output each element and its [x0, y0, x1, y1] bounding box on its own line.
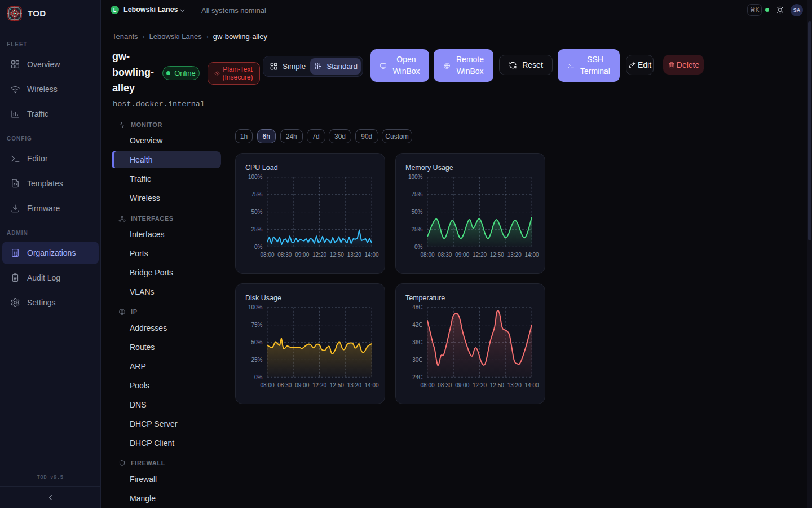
svg-text:08:00: 08:00 [260, 252, 274, 258]
svg-text:08:30: 08:30 [277, 252, 292, 258]
svg-text:50%: 50% [411, 209, 422, 215]
svg-text:12:50: 12:50 [490, 382, 504, 388]
svg-text:0%: 0% [414, 244, 423, 250]
svg-text:12:50: 12:50 [330, 382, 344, 388]
svg-text:13:20: 13:20 [347, 382, 361, 388]
svg-text:12:20: 12:20 [473, 252, 487, 258]
svg-text:08:30: 08:30 [438, 382, 452, 388]
svg-text:08:00: 08:00 [420, 382, 434, 388]
svg-text:0%: 0% [254, 374, 263, 380]
svg-text:12:50: 12:50 [330, 252, 344, 258]
svg-text:25%: 25% [251, 226, 262, 233]
svg-text:14:00: 14:00 [524, 382, 539, 388]
svg-text:25%: 25% [411, 226, 422, 233]
svg-text:75%: 75% [251, 191, 262, 198]
svg-text:0%: 0% [254, 244, 263, 250]
svg-text:CPU Load: CPU Load [245, 164, 278, 172]
svg-text:12:20: 12:20 [312, 382, 326, 388]
svg-text:13:20: 13:20 [347, 252, 361, 258]
svg-text:14:00: 14:00 [364, 252, 378, 258]
svg-text:12:20: 12:20 [312, 252, 326, 258]
svg-text:100%: 100% [408, 174, 423, 180]
svg-text:08:00: 08:00 [420, 252, 434, 258]
svg-text:09:00: 09:00 [295, 382, 309, 388]
svg-text:13:20: 13:20 [508, 252, 522, 258]
svg-text:50%: 50% [251, 339, 262, 345]
svg-text:08:00: 08:00 [260, 382, 274, 388]
svg-text:100%: 100% [248, 304, 263, 310]
svg-text:14:00: 14:00 [524, 252, 539, 258]
svg-text:Memory Usage: Memory Usage [405, 164, 453, 172]
svg-text:25%: 25% [251, 357, 262, 363]
svg-text:09:00: 09:00 [295, 252, 309, 258]
svg-text:75%: 75% [411, 191, 422, 198]
svg-text:12:50: 12:50 [490, 252, 504, 258]
svg-text:08:30: 08:30 [277, 382, 292, 388]
svg-text:12:20: 12:20 [473, 382, 487, 388]
svg-text:09:00: 09:00 [455, 382, 469, 388]
svg-text:30C: 30C [412, 357, 422, 363]
svg-text:13:20: 13:20 [508, 382, 522, 388]
svg-text:48C: 48C [412, 304, 422, 310]
svg-text:24C: 24C [412, 374, 422, 380]
svg-text:36C: 36C [412, 339, 422, 345]
svg-text:50%: 50% [251, 209, 262, 215]
svg-text:Temperature: Temperature [405, 294, 445, 302]
svg-text:100%: 100% [248, 174, 263, 180]
svg-text:42C: 42C [412, 322, 422, 328]
svg-text:Disk Usage: Disk Usage [245, 294, 281, 302]
svg-text:75%: 75% [251, 322, 262, 328]
svg-text:09:00: 09:00 [455, 252, 469, 258]
svg-text:14:00: 14:00 [364, 382, 378, 388]
svg-text:08:30: 08:30 [438, 252, 452, 258]
